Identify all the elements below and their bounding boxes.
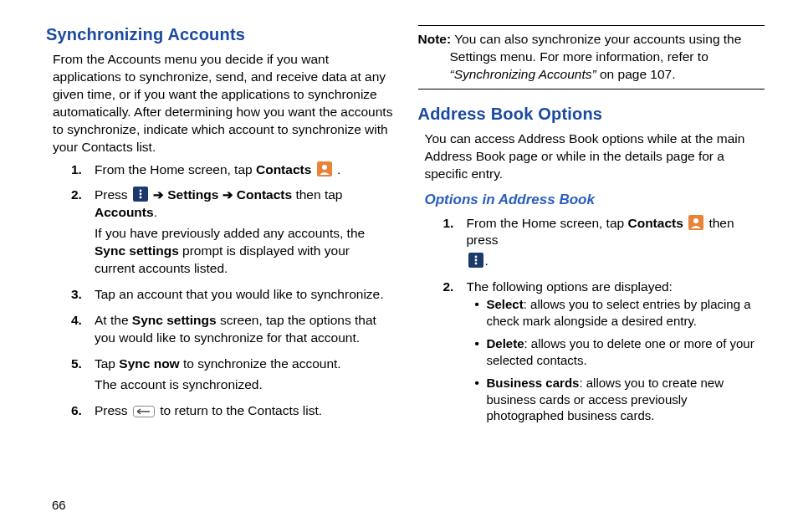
contacts-icon — [317, 161, 332, 176]
svg-point-10 — [474, 256, 477, 258]
step-1: 1. From the Home screen, tap Contacts th… — [443, 215, 765, 271]
bullet-text: : allows you to select entries by placin… — [487, 297, 751, 328]
menu-icon — [468, 253, 483, 268]
step-1: 1. From the Home screen, tap Contacts . — [71, 161, 393, 179]
bold-sync-now: Sync now — [119, 356, 179, 371]
step-2: 2. Press ➔ Settings ➔ Contacts then tap … — [71, 187, 393, 278]
step-2: 2. The following options are displayed: … — [443, 279, 765, 423]
note-rule-bottom — [418, 89, 765, 90]
step-3: 3. Tap an account that you would like to… — [71, 286, 393, 304]
svg-point-5 — [140, 197, 142, 199]
step-6: 6. Press to return to the Contacts list. — [71, 402, 393, 420]
right-column: Note: You can also synchronize your acco… — [418, 25, 765, 432]
step-text: to return to the Contacts list. — [156, 403, 322, 417]
svg-point-3 — [140, 190, 142, 192]
bold-sync-settings: Sync settings — [95, 243, 179, 258]
bullet-list: Select: allows you to select entries by … — [475, 296, 765, 424]
step-number: 4. — [71, 312, 82, 330]
bold-contacts: Contacts — [256, 162, 311, 176]
step-text: Tap an account that you would like to sy… — [95, 286, 393, 304]
step-number: 2. — [443, 279, 454, 296]
svg-point-4 — [140, 193, 142, 196]
menu-icon — [133, 187, 148, 202]
bold-accounts: Accounts — [95, 205, 154, 219]
step-number: 3. — [71, 286, 82, 304]
step-number: 5. — [71, 356, 82, 373]
step-number: 6. — [71, 402, 82, 420]
note-rule-top — [418, 25, 765, 26]
note-text: You can also synchronize your accounts u… — [451, 32, 741, 46]
svg-point-8 — [693, 218, 698, 223]
note-page-ref: on page 107. — [596, 67, 676, 81]
step-5: 5. Tap Sync now to synchronize the accou… — [71, 356, 393, 394]
step-text: then tap — [292, 187, 342, 202]
heading-sync-accounts: Synchronizing Accounts — [46, 25, 393, 44]
steps-list: 1. From the Home screen, tap Contacts . … — [71, 161, 393, 420]
step-number: 1. — [443, 215, 454, 233]
note-reference: “Synchronizing Accounts” — [450, 67, 596, 81]
note-label: Note: — [418, 32, 452, 46]
steps-list: 1. From the Home screen, tap Contacts th… — [443, 215, 765, 424]
step-text: . — [334, 162, 341, 176]
step-4: 4. At the Sync settings screen, tap the … — [71, 312, 393, 347]
step-text: . — [485, 253, 489, 268]
heading-address-book: Address Book Options — [418, 105, 765, 124]
svg-point-12 — [474, 263, 477, 265]
contacts-icon — [688, 215, 703, 230]
bold-sync-settings: Sync settings — [132, 313, 217, 327]
step-number: 1. — [71, 161, 82, 179]
intro-paragraph: You can access Address Book options whil… — [425, 130, 765, 183]
bullet-text: : allows you to delete one or more of yo… — [487, 336, 755, 367]
back-icon — [133, 406, 155, 417]
intro-paragraph: From the Accounts menu you decide if you… — [53, 51, 393, 156]
note-text: Settings menu. For more information, ref… — [450, 49, 708, 64]
arrow-icon: ➔ — [218, 187, 236, 202]
bullet-bold: Delete — [487, 336, 524, 350]
step-subtext: If you have previously added any account… — [95, 226, 365, 240]
step-text: to synchronize the account. — [180, 356, 341, 371]
bullet-business-cards: Business cards: allows you to create new… — [475, 375, 765, 424]
step-number: 2. — [71, 187, 82, 204]
step-text: From the Home screen, tap — [467, 216, 628, 230]
page: Synchronizing Accounts From the Accounts… — [0, 0, 798, 449]
step-text: Press — [95, 187, 131, 202]
page-number: 66 — [52, 498, 66, 512]
svg-point-11 — [474, 259, 477, 262]
arrow-icon: ➔ — [150, 187, 167, 202]
bullet-delete: Delete: allows you to delete one or more… — [475, 335, 765, 368]
step-text: . — [154, 205, 157, 219]
step-text: Tap — [95, 356, 119, 371]
svg-point-1 — [322, 165, 327, 170]
step-subtext: The account is synchronized. — [95, 376, 393, 394]
left-column: Synchronizing Accounts From the Accounts… — [46, 25, 393, 432]
bold-contacts: Contacts — [237, 187, 292, 202]
step-text: From the Home screen, tap — [95, 162, 256, 176]
subheading-options: Options in Address Book — [425, 192, 765, 208]
note-block: Note: You can also synchronize your acco… — [418, 31, 765, 84]
bold-contacts: Contacts — [627, 216, 683, 230]
bullet-bold: Select — [487, 297, 524, 311]
step-text: At the — [95, 313, 132, 327]
bold-settings: Settings — [167, 187, 218, 202]
bullet-bold: Business cards — [487, 376, 580, 390]
step-text: The following options are displayed: — [467, 279, 765, 296]
step-text: Press — [95, 403, 131, 417]
bullet-select: Select: allows you to select entries by … — [475, 296, 765, 329]
